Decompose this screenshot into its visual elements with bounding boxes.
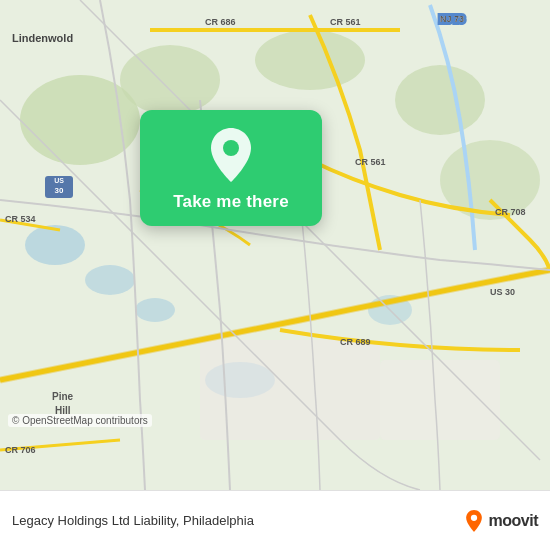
- location-name: Legacy Holdings Ltd Liability, Philadelp…: [12, 513, 254, 528]
- svg-text:CR 534: CR 534: [5, 214, 36, 224]
- location-pin-icon: [204, 128, 258, 182]
- svg-point-8: [135, 298, 175, 322]
- take-me-there-label: Take me there: [173, 192, 289, 212]
- moovit-brand-label: moovit: [489, 512, 538, 530]
- map-container: CR 686 CR 561 NJ 73 NJ 73 CR 561 CR 534 …: [0, 0, 550, 490]
- svg-text:US 30: US 30: [490, 287, 515, 297]
- svg-text:CR 561: CR 561: [355, 157, 386, 167]
- svg-text:CR 686: CR 686: [205, 17, 236, 27]
- svg-text:CR 706: CR 706: [5, 445, 36, 455]
- svg-text:CR 561: CR 561: [330, 17, 361, 27]
- svg-point-31: [470, 514, 476, 520]
- svg-text:CR 708: CR 708: [495, 207, 526, 217]
- svg-text:Lindenwold: Lindenwold: [12, 32, 73, 44]
- svg-text:NJ 73: NJ 73: [440, 14, 464, 24]
- svg-point-7: [85, 265, 135, 295]
- action-card[interactable]: Take me there: [140, 110, 322, 226]
- bottom-bar: Legacy Holdings Ltd Liability, Philadelp…: [0, 490, 550, 550]
- svg-point-6: [25, 225, 85, 265]
- moovit-logo: moovit: [463, 510, 538, 532]
- svg-text:US: US: [54, 177, 64, 184]
- svg-text:Pine: Pine: [52, 391, 74, 402]
- osm-credit: © OpenStreetMap contributors: [8, 414, 152, 427]
- svg-point-4: [395, 65, 485, 135]
- svg-point-30: [223, 140, 239, 156]
- svg-rect-12: [380, 360, 500, 440]
- moovit-pin-icon: [463, 510, 485, 532]
- svg-text:CR 689: CR 689: [340, 337, 371, 347]
- svg-text:30: 30: [55, 186, 64, 195]
- svg-point-3: [255, 30, 365, 90]
